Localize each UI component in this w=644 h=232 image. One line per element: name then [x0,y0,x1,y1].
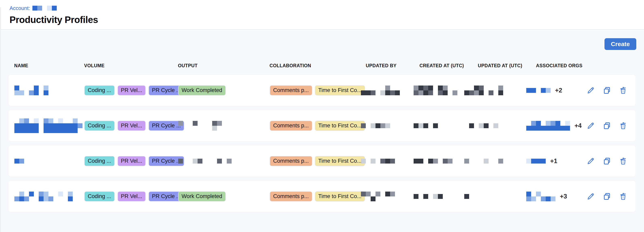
column-header-created_at: CREATED AT (UTC) [420,63,464,68]
create-button[interactable]: Create [604,38,636,50]
column-header-output: OUTPUT [178,63,198,68]
redacted-account-name [32,6,57,11]
volume-badges: Coding ...PR Vel...PR Cycle ... [84,85,184,95]
redacted-orgs [526,121,570,131]
associated-orgs-cell: +3 [526,192,567,201]
trash-icon [619,122,627,130]
duplicate-button[interactable] [602,86,611,95]
badge-time_to_first: Time to First Co... [315,191,365,201]
profiles-section: Create NAMEVOLUMEOUTPUTCOLLABORATIONUPDA… [0,30,644,232]
collaboration-badges: Comments p...Time to First Co... [270,156,365,166]
redacted-profile-name [14,85,48,95]
table-body: Coding ...PR Vel...PR Cycle ... Work Com… [8,74,636,212]
redacted-updated-by [361,85,400,95]
copy-icon [603,86,611,94]
column-header-volume: VOLUME [84,63,104,68]
updated-at-cell [464,123,498,128]
copy-icon [603,122,611,130]
updated-by-cell [361,192,395,201]
created-at-cell [414,85,457,95]
created-at-cell [414,123,438,128]
badge-coding: Coding ... [84,156,115,166]
trash-icon [619,86,627,94]
output-badges [178,121,222,131]
badge-time_to_first: Time to First Co... [315,121,365,131]
updated-by-cell [361,123,390,128]
redacted-created-at [414,85,457,95]
collaboration-badges: Comments p...Time to First Co... [270,121,365,131]
window-edge [0,7,1,232]
redacted-updated-by [361,192,395,201]
edit-button[interactable] [586,157,595,166]
pencil-icon [587,192,595,200]
redacted-orgs [526,88,550,93]
edit-button[interactable] [586,86,595,95]
redacted-profile-name [14,192,73,201]
delete-button[interactable] [619,121,628,130]
redacted-created-at [414,159,452,164]
redacted-profile-name [14,159,24,164]
badge-comments: Comments p... [270,156,312,166]
column-header-collaboration: COLLABORATION [270,63,311,68]
volume-badges: Coding ...PR Vel...PR Cycle ... [84,191,184,201]
trash-icon [619,192,627,200]
badge-time_to_first: Time to First Co... [315,85,365,95]
copy-icon [603,157,611,165]
updated-at-cell [464,159,503,164]
volume-badges: Coding ...PR Vel...PR Cycle ... [84,156,184,166]
created-at-cell [414,159,452,164]
redacted-orgs [526,159,546,164]
column-header-name: NAME [14,63,28,68]
badge-coding: Coding ... [84,191,115,201]
duplicate-button[interactable] [602,121,611,130]
name-cell [14,85,48,95]
associated-orgs-cell: +1 [526,157,557,165]
duplicate-button[interactable] [602,157,611,166]
name-cell [14,159,24,164]
redacted-updated-at [464,194,469,199]
row-actions [586,192,628,201]
redacted-updated-at [464,159,503,164]
badge-pr_velocity: PR Vel... [118,121,146,131]
table-header-row: NAMEVOLUMEOUTPUTCOLLABORATIONUPDATED BYC… [8,63,636,69]
badge-comments: Comments p... [270,85,312,95]
table-row: Coding ...PR Vel...PR Cycle ... Work Com… [8,180,636,212]
delete-button[interactable] [619,157,628,166]
orgs-more-count: +4 [574,122,582,130]
redacted-output [178,121,222,131]
pencil-icon [587,157,595,165]
redacted-created-at [414,194,443,199]
row-actions [586,86,628,95]
redacted-updated-by [361,123,390,128]
account-link[interactable]: Account: [10,5,636,11]
badge-pr_velocity: PR Vel... [118,156,146,166]
edit-button[interactable] [586,192,595,201]
badge-coding: Coding ... [84,121,115,131]
output-badges: Work Completed [178,85,226,95]
duplicate-button[interactable] [602,192,611,201]
associated-orgs-cell: +4 [526,121,582,131]
column-header-updated_by: UPDATED BY [366,63,396,68]
delete-button[interactable] [619,192,628,201]
updated-at-cell [464,85,503,95]
pencil-icon [587,122,595,130]
redacted-updated-by [361,159,395,164]
associated-orgs-cell: +2 [526,87,562,94]
redacted-created-at [414,123,438,128]
badge-work_completed: Work Completed [178,191,226,201]
name-cell [14,192,73,201]
table-row: Coding ...PR Vel...PR Cycle ... Work Com… [8,74,636,106]
orgs-more-count: +2 [555,87,562,94]
delete-button[interactable] [619,86,628,95]
row-actions [586,157,628,166]
badge-comments: Comments p... [270,121,312,131]
badge-comments: Comments p... [270,191,312,201]
edit-button[interactable] [586,121,595,130]
output-badges: Work Completed [178,191,226,201]
redacted-profile-name [14,119,82,133]
redacted-orgs [526,192,556,201]
pencil-icon [587,86,595,94]
created-at-cell [414,194,443,199]
table-row: Coding ...PR Vel...PR Cycle ... Comments… [8,145,636,177]
redacted-updated-at [464,85,503,95]
